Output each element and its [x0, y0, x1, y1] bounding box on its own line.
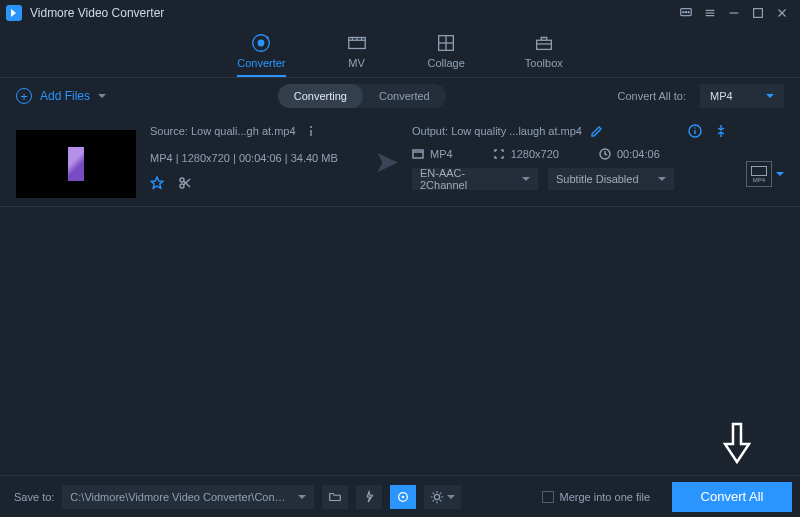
star-icon[interactable] [150, 176, 164, 190]
audio-track-value: EN-AAC-2Channel [420, 167, 508, 191]
app-logo [6, 5, 22, 21]
edit-icon[interactable] [590, 124, 604, 138]
tab-converter[interactable]: Converter [237, 33, 285, 77]
svg-rect-34 [413, 150, 423, 158]
svg-rect-21 [536, 40, 551, 49]
thumbnail-image [68, 147, 84, 181]
tab-toolbox-label: Toolbox [525, 57, 563, 69]
svg-point-3 [688, 12, 689, 13]
plus-icon: + [16, 88, 32, 104]
tab-mv[interactable]: MV [346, 33, 368, 77]
toolbar: + Add Files Converting Converted Convert… [0, 78, 800, 114]
output-meta: Output: Low quality ...laugh at.mp4 MP4 [406, 124, 728, 198]
seg-converted[interactable]: Converted [363, 84, 446, 108]
clock-icon [599, 148, 611, 160]
mv-icon [346, 33, 368, 53]
audio-track-dropdown[interactable]: EN-AAC-2Channel [412, 168, 538, 190]
svg-rect-8 [754, 9, 763, 18]
chevron-down-icon [98, 94, 106, 98]
chevron-down-icon[interactable] [776, 172, 784, 176]
expand-icon [493, 148, 505, 160]
main-nav: Converter MV Collage Toolbox [0, 26, 800, 78]
chevron-down-icon [298, 495, 306, 499]
arrow-right-icon: ➤ [374, 144, 399, 179]
film-icon [751, 166, 767, 176]
svg-point-23 [310, 126, 312, 128]
svg-point-2 [685, 12, 686, 13]
svg-point-38 [402, 495, 405, 498]
titlebar: Vidmore Video Converter [0, 0, 800, 26]
profile-format-label: MP4 [753, 177, 765, 183]
file-list: Source: Low quali...gh at.mp4 MP4 | 1280… [0, 114, 800, 475]
target-format-dropdown[interactable]: MP4 [700, 84, 784, 108]
source-properties: MP4 | 1280x720 | 00:04:06 | 34.40 MB [150, 152, 352, 164]
svg-point-31 [694, 127, 695, 128]
output-profile-button[interactable]: MP4 [746, 161, 772, 187]
tab-toolbox[interactable]: Toolbox [525, 33, 563, 77]
subtitle-dropdown[interactable]: Subtitle Disabled [548, 168, 674, 190]
close-button[interactable] [770, 1, 794, 25]
chevron-down-icon [447, 495, 455, 499]
seg-converting-label: Converting [294, 90, 347, 102]
film-icon [412, 148, 424, 160]
source-label: Source: Low quali...gh at.mp4 [150, 125, 296, 137]
merge-checkbox[interactable]: Merge into one file [542, 491, 651, 503]
app-title: Vidmore Video Converter [30, 6, 164, 20]
hw-accel-off-button[interactable] [356, 485, 382, 509]
scissors-icon[interactable] [178, 176, 192, 190]
add-files-button[interactable]: + Add Files [16, 88, 106, 104]
output-format: MP4 [430, 148, 453, 160]
menu-icon[interactable] [698, 1, 722, 25]
svg-point-39 [435, 494, 440, 499]
save-to-label: Save to: [14, 491, 54, 503]
feedback-icon[interactable] [674, 1, 698, 25]
svg-point-1 [683, 12, 684, 13]
merge-label: Merge into one file [560, 491, 651, 503]
seg-converted-label: Converted [379, 90, 430, 102]
svg-point-12 [259, 40, 265, 46]
checkbox-icon [542, 491, 554, 503]
target-format-value: MP4 [710, 90, 733, 102]
chevron-down-icon [658, 177, 666, 181]
converter-icon [250, 33, 272, 53]
tab-collage-label: Collage [428, 57, 465, 69]
save-path-dropdown[interactable]: C:\Vidmore\Vidmore Video Converter\Conve… [62, 485, 314, 509]
collage-icon [435, 33, 457, 53]
info-icon[interactable] [304, 124, 318, 138]
video-thumbnail[interactable] [16, 130, 136, 198]
convert-all-to-label: Convert All to: [618, 90, 686, 102]
footer: Save to: C:\Vidmore\Vidmore Video Conver… [0, 475, 800, 517]
tab-mv-label: MV [348, 57, 365, 69]
seg-converting[interactable]: Converting [278, 84, 363, 108]
open-folder-button[interactable] [322, 485, 348, 509]
queue-segmented-control: Converting Converted [278, 84, 446, 108]
tab-converter-label: Converter [237, 57, 285, 69]
minimize-button[interactable] [722, 1, 746, 25]
settings-dropdown[interactable] [424, 485, 461, 509]
info-circle-icon[interactable] [688, 124, 702, 138]
chevron-down-icon [766, 94, 774, 98]
add-files-label: Add Files [40, 89, 90, 103]
output-label: Output: Low quality ...laugh at.mp4 [412, 125, 582, 137]
compress-icon[interactable] [714, 124, 728, 138]
convert-all-button-label: Convert All [701, 489, 764, 504]
chevron-down-icon [522, 177, 530, 181]
save-path-value: C:\Vidmore\Vidmore Video Converter\Conve… [70, 491, 288, 503]
output-resolution: 1280x720 [511, 148, 559, 160]
profile-column: MP4 [728, 124, 784, 198]
maximize-button[interactable] [746, 1, 770, 25]
file-item: Source: Low quali...gh at.mp4 MP4 | 1280… [0, 114, 800, 207]
hw-accel-on-button[interactable] [390, 485, 416, 509]
toolbox-icon [533, 33, 555, 53]
tab-collage[interactable]: Collage [428, 33, 465, 77]
source-meta: Source: Low quali...gh at.mp4 MP4 | 1280… [136, 124, 366, 198]
subtitle-value: Subtitle Disabled [556, 173, 639, 185]
convert-all-button[interactable]: Convert All [672, 482, 792, 512]
output-duration: 00:04:06 [617, 148, 660, 160]
arrow-indicator: ➤ [366, 124, 406, 198]
